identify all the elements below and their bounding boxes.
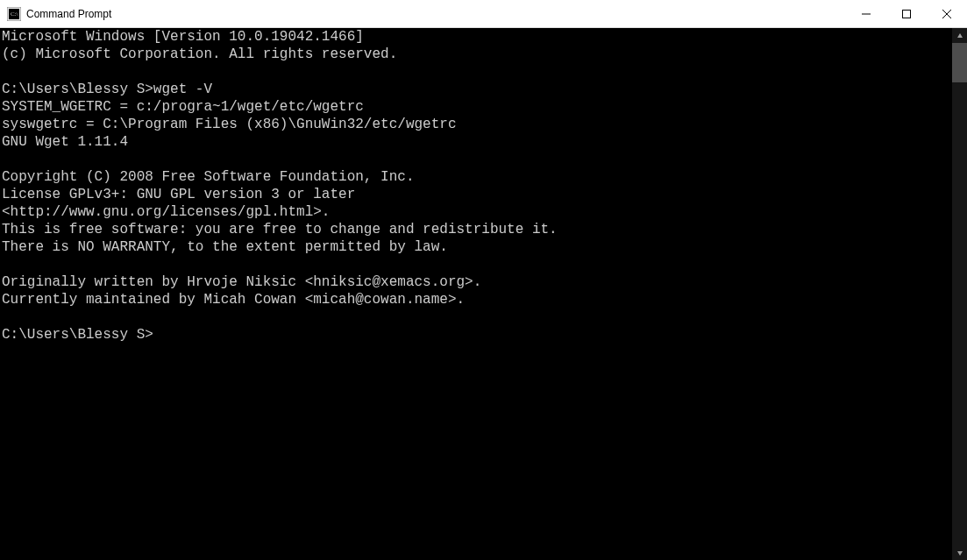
vertical-scrollbar[interactable]: [952, 28, 967, 560]
minimize-button[interactable]: [846, 0, 886, 27]
terminal-output[interactable]: Microsoft Windows [Version 10.0.19042.14…: [0, 28, 952, 560]
svg-rect-4: [903, 10, 911, 18]
scroll-up-button[interactable]: [952, 28, 967, 43]
cmd-icon: C:\: [7, 7, 21, 21]
close-button[interactable]: [927, 0, 967, 27]
content-area: Microsoft Windows [Version 10.0.19042.14…: [0, 28, 967, 560]
svg-marker-7: [957, 33, 963, 38]
window-controls: [846, 0, 967, 27]
svg-text:C:\: C:\: [11, 11, 18, 18]
title-bar[interactable]: C:\ Command Prompt: [0, 0, 967, 28]
scrollbar-thumb[interactable]: [952, 43, 967, 82]
svg-marker-8: [957, 551, 963, 556]
maximize-button[interactable]: [886, 0, 927, 27]
scroll-down-button[interactable]: [952, 545, 967, 560]
scrollbar-track[interactable]: [952, 43, 967, 545]
window-title: Command Prompt: [26, 8, 846, 20]
